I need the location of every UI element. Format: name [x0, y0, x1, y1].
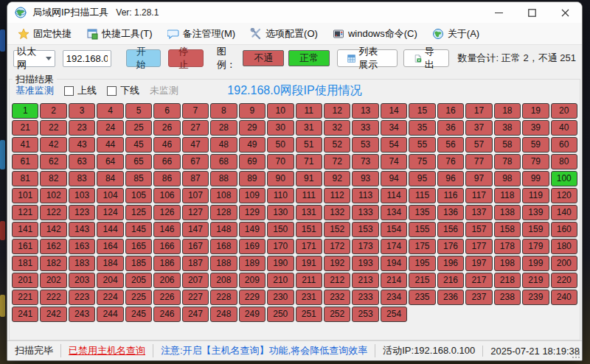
ip-cell-116[interactable]: 116: [437, 188, 464, 203]
ip-cell-237[interactable]: 237: [465, 290, 492, 305]
ip-cell-37[interactable]: 37: [465, 120, 492, 136]
ip-cell-51[interactable]: 51: [296, 137, 322, 153]
ip-cell-232[interactable]: 232: [324, 290, 350, 305]
ip-cell-160[interactable]: 160: [551, 222, 577, 237]
ip-cell-216[interactable]: 216: [437, 273, 464, 288]
ip-cell-20[interactable]: 20: [551, 103, 577, 119]
ip-cell-252[interactable]: 252: [324, 307, 350, 322]
ip-cell-253[interactable]: 253: [352, 307, 378, 322]
ip-cell-21[interactable]: 21: [12, 120, 38, 136]
ip-cell-158[interactable]: 158: [494, 222, 521, 237]
ip-cell-152[interactable]: 152: [324, 222, 350, 237]
ip-cell-117[interactable]: 117: [465, 188, 492, 203]
ip-cell-170[interactable]: 170: [267, 239, 294, 254]
ip-cell-90[interactable]: 90: [267, 171, 294, 186]
ip-cell-56[interactable]: 56: [437, 137, 464, 153]
ip-cell-226[interactable]: 226: [153, 290, 180, 305]
ip-cell-177[interactable]: 177: [465, 239, 492, 254]
ip-cell-77[interactable]: 77: [465, 154, 492, 169]
ip-cell-59[interactable]: 59: [522, 137, 549, 153]
ip-cell-97[interactable]: 97: [465, 171, 492, 186]
ip-cell-27[interactable]: 27: [182, 120, 209, 136]
ip-cell-85[interactable]: 85: [125, 171, 152, 186]
ip-cell-131[interactable]: 131: [296, 205, 322, 220]
ip-cell-223[interactable]: 223: [69, 290, 95, 305]
offline-check-pair[interactable]: 下线: [107, 84, 139, 97]
ip-cell-91[interactable]: 91: [296, 171, 322, 186]
ip-cell-183[interactable]: 183: [69, 256, 95, 271]
ip-cell-65[interactable]: 65: [125, 154, 152, 169]
ip-cell-236[interactable]: 236: [437, 290, 464, 305]
ip-cell-8[interactable]: 8: [210, 103, 237, 119]
ip-cell-11[interactable]: 11: [296, 103, 322, 119]
ip-cell-9[interactable]: 9: [239, 103, 266, 119]
ip-cell-49[interactable]: 49: [239, 137, 266, 153]
ip-cell-76[interactable]: 76: [437, 154, 464, 169]
ip-cell-218[interactable]: 218: [494, 273, 521, 288]
ip-cell-119[interactable]: 119: [522, 188, 549, 203]
ip-cell-182[interactable]: 182: [40, 256, 66, 271]
ip-cell-196[interactable]: 196: [437, 256, 464, 271]
ip-cell-89[interactable]: 89: [239, 171, 266, 186]
ip-cell-71[interactable]: 71: [296, 154, 322, 169]
ip-cell-190[interactable]: 190: [267, 256, 294, 271]
ip-cell-161[interactable]: 161: [12, 239, 38, 254]
ip-cell-136[interactable]: 136: [437, 205, 464, 220]
ip-cell-40[interactable]: 40: [551, 120, 577, 136]
ip-cell-62[interactable]: 62: [40, 154, 66, 169]
ip-cell-186[interactable]: 186: [153, 256, 180, 271]
ip-cell-96[interactable]: 96: [437, 171, 464, 186]
ip-cell-86[interactable]: 86: [153, 171, 180, 186]
ip-cell-142[interactable]: 142: [40, 222, 66, 237]
ip-cell-10[interactable]: 10: [267, 103, 294, 119]
ip-cell-69[interactable]: 69: [239, 154, 266, 169]
ip-cell-168[interactable]: 168: [210, 239, 237, 254]
ip-cell-171[interactable]: 171: [296, 239, 322, 254]
ip-cell-46[interactable]: 46: [153, 137, 180, 153]
ip-cell-43[interactable]: 43: [69, 137, 95, 153]
ip-cell-193[interactable]: 193: [352, 256, 378, 271]
ip-cell-199[interactable]: 199: [522, 256, 549, 271]
ip-cell-135[interactable]: 135: [409, 205, 435, 220]
ip-cell-245[interactable]: 245: [125, 307, 152, 322]
ip-cell-167[interactable]: 167: [182, 239, 209, 254]
ip-cell-107[interactable]: 107: [182, 188, 209, 203]
ip-cell-140[interactable]: 140: [551, 205, 577, 220]
ip-cell-208[interactable]: 208: [210, 273, 237, 288]
ip-cell-2[interactable]: 2: [40, 103, 66, 119]
ip-cell-225[interactable]: 225: [125, 290, 152, 305]
ip-cell-201[interactable]: 201: [12, 273, 38, 288]
ip-cell-143[interactable]: 143: [69, 222, 95, 237]
ip-cell-66[interactable]: 66: [153, 154, 180, 169]
ip-cell-82[interactable]: 82: [40, 171, 66, 186]
ip-cell-81[interactable]: 81: [12, 171, 38, 186]
ip-cell-103[interactable]: 103: [69, 188, 95, 203]
ip-cell-42[interactable]: 42: [40, 137, 66, 153]
ip-cell-214[interactable]: 214: [381, 273, 407, 288]
ip-cell-202[interactable]: 202: [40, 273, 66, 288]
ip-cell-188[interactable]: 188: [210, 256, 237, 271]
ip-cell-250[interactable]: 250: [267, 307, 294, 322]
ip-cell-222[interactable]: 222: [40, 290, 66, 305]
ip-cell-70[interactable]: 70: [267, 154, 294, 169]
ip-cell-147[interactable]: 147: [182, 222, 209, 237]
ip-cell-150[interactable]: 150: [267, 222, 294, 237]
ip-cell-204[interactable]: 204: [97, 273, 123, 288]
ip-cell-18[interactable]: 18: [494, 103, 521, 119]
ip-cell-94[interactable]: 94: [381, 171, 407, 186]
ip-cell-73[interactable]: 73: [352, 154, 378, 169]
ip-cell-198[interactable]: 198: [494, 256, 521, 271]
ip-cell-24[interactable]: 24: [97, 120, 123, 136]
ip-segment-input[interactable]: [63, 50, 111, 67]
ip-cell-249[interactable]: 249: [239, 307, 266, 322]
ip-cell-172[interactable]: 172: [324, 239, 350, 254]
ip-cell-195[interactable]: 195: [409, 256, 435, 271]
ip-cell-191[interactable]: 191: [296, 256, 322, 271]
adapter-select[interactable]: 以太网: [13, 50, 55, 67]
online-checkbox[interactable]: [64, 86, 74, 96]
ip-cell-48[interactable]: 48: [210, 137, 237, 153]
ip-cell-122[interactable]: 122: [40, 205, 66, 220]
ip-cell-100[interactable]: 100: [551, 171, 577, 186]
ip-cell-132[interactable]: 132: [324, 205, 350, 220]
ip-cell-78[interactable]: 78: [494, 154, 521, 169]
